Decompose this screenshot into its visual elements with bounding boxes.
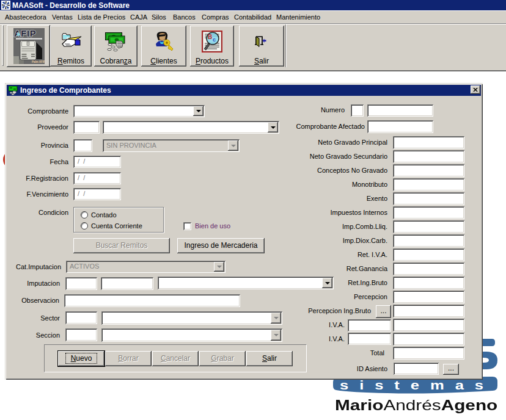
- svg-text:B: B: [208, 34, 212, 40]
- svg-text:c: c: [213, 37, 216, 43]
- svg-text:Palm AFIP: Palm AFIP: [32, 60, 45, 63]
- svg-text:sistemas: sistemas: [340, 378, 494, 392]
- svg-text:AFIP: AFIP: [14, 28, 36, 38]
